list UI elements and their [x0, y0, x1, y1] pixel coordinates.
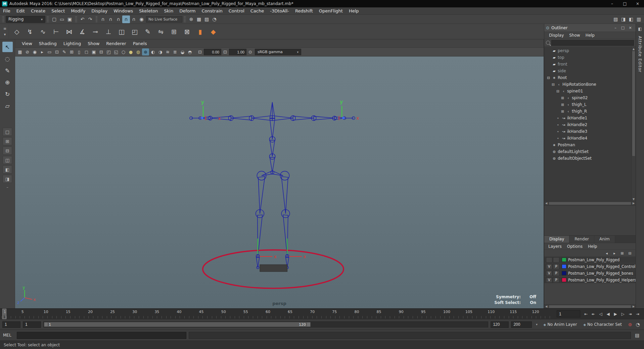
ik-handle-markers[interactable]: [203, 106, 342, 254]
ipr-render-icon[interactable]: ▨: [203, 15, 211, 23]
colorspace-dropdown[interactable]: sRGB gamma ▾: [255, 49, 301, 55]
multisample-icon[interactable]: ≣: [172, 48, 179, 55]
outliner-item-postman[interactable]: ∗ Postman: [544, 142, 631, 148]
viewport-menu-item[interactable]: Renderer: [103, 41, 129, 46]
tab-display[interactable]: Display: [544, 236, 569, 243]
toggle-modeling-toolkit-icon[interactable]: ▧: [612, 15, 619, 23]
layout-outliner-persp[interactable]: ◨: [3, 175, 12, 183]
outliner-item-persp[interactable]: ▰ persp: [544, 47, 631, 54]
safe-title-icon[interactable]: ◱: [112, 48, 120, 55]
step-forward-key-button[interactable]: ↠: [627, 311, 634, 317]
outliner-item-top[interactable]: ▰ top: [544, 54, 631, 61]
outliner-search-input[interactable]: [551, 40, 634, 46]
expander-icon[interactable]: ⊞: [560, 109, 565, 114]
layer-playback-toggle[interactable]: P: [553, 271, 559, 276]
view-transform-icon[interactable]: ⊙: [247, 48, 254, 55]
viewport-menu-item[interactable]: Show: [84, 41, 103, 46]
dropdown-arrow-icon[interactable]: ▾: [534, 323, 539, 326]
animation-end-field[interactable]: [511, 321, 532, 328]
scroll-right-icon[interactable]: ▶: [632, 202, 636, 205]
gamma-toggle-icon[interactable]: ⊡: [222, 48, 229, 55]
shelf-mirror-joint[interactable]: ⋈: [63, 26, 75, 38]
shelf-mirror-skin-weights[interactable]: ⇋: [155, 26, 167, 38]
outliner-item-ikhandle3[interactable]: ∘ ↝ ikHandle3: [544, 128, 631, 135]
lasso-select-tool[interactable]: ◌: [2, 53, 13, 64]
toggle-tool-settings-icon[interactable]: ◧: [627, 15, 635, 23]
menu-item[interactable]: Skin: [161, 7, 177, 15]
shelf-bind-skin[interactable]: ◫: [116, 26, 128, 38]
open-scene-icon[interactable]: ▭: [58, 15, 66, 23]
outliner-item-hiprotationbone[interactable]: ⊟ ‹ HipRotationBone: [544, 81, 631, 88]
toggle-channel-box-icon[interactable]: ▥: [635, 15, 643, 23]
scrollbar-thumb[interactable]: [549, 305, 631, 308]
gamma-field[interactable]: [229, 49, 246, 55]
camera-attributes-icon[interactable]: ◉: [31, 48, 38, 55]
menu-item[interactable]: Display: [88, 7, 110, 15]
shelf-menu-icon[interactable]: ▾: [2, 32, 8, 37]
live-surface-field[interactable]: No Live Surface: [146, 16, 182, 23]
animation-start-field[interactable]: [2, 321, 20, 328]
wrist-manip-handle-right[interactable]: [342, 117, 344, 119]
image-plane-icon[interactable]: ▭: [46, 48, 53, 55]
layout-two-pane-stacked[interactable]: ⊟: [3, 147, 12, 155]
grease-pencil-icon[interactable]: ✎: [61, 48, 68, 55]
save-scene-icon[interactable]: ▣: [66, 15, 74, 23]
current-time-field[interactable]: [557, 310, 580, 317]
scrollbar-thumb[interactable]: [632, 51, 635, 156]
scale-tool[interactable]: ▱: [2, 101, 13, 111]
scroll-right-icon[interactable]: ▶: [632, 305, 636, 308]
viewport-canvas[interactable]: y y x x x x: [15, 56, 544, 308]
menu-item[interactable]: Windows: [110, 7, 136, 15]
layer-visibility-toggle[interactable]: [546, 257, 552, 263]
shelf-tab-switcher-icon[interactable]: ≡: [2, 26, 8, 31]
grid-icon[interactable]: ⊞: [68, 48, 75, 55]
outliner-item-thigh-l[interactable]: ⊞ ‹ thigh_L: [544, 101, 631, 108]
layer-playback-toggle[interactable]: [553, 257, 559, 263]
select-tool[interactable]: ↖: [2, 42, 13, 52]
menu-item[interactable]: Deform: [176, 7, 198, 15]
menu-item[interactable]: Redshift: [292, 7, 316, 15]
menu-item[interactable]: Skeleton: [136, 7, 161, 15]
viewport-menu-item[interactable]: Lighting: [60, 41, 85, 46]
2d-pan-zoom-icon[interactable]: ⊡: [53, 48, 60, 55]
shelf-connect-joint[interactable]: ⊸: [89, 26, 101, 38]
script-editor-icon[interactable]: ▤: [633, 332, 641, 339]
lock-camera-icon[interactable]: ⊘: [24, 48, 31, 55]
textured-icon[interactable]: ◍: [135, 48, 142, 55]
xray-icon[interactable]: ◒: [179, 48, 186, 55]
step-back-key-button[interactable]: ↞: [590, 311, 597, 317]
menu-item[interactable]: Modify: [68, 7, 88, 15]
scroll-up-icon[interactable]: ▲: [632, 47, 636, 51]
safe-action-icon[interactable]: ◰: [105, 48, 112, 55]
shelf-orient-joint[interactable]: ∡: [76, 26, 88, 38]
layer-horizontal-scrollbar[interactable]: ◀ ▶: [544, 304, 636, 308]
go-to-end-button[interactable]: ⇥: [634, 311, 641, 317]
layout-more-button[interactable]: –: [3, 185, 12, 189]
play-backwards-button[interactable]: ◀: [605, 311, 611, 317]
menu-item[interactable]: Control: [226, 7, 247, 15]
layer-prev-icon[interactable]: ◂: [604, 250, 610, 256]
layer-menu-item[interactable]: Layers: [546, 244, 564, 249]
shelf-3dtoall-item-1[interactable]: ▮: [194, 26, 206, 38]
scrollbar-thumb[interactable]: [549, 202, 631, 205]
outliner-item-spine02[interactable]: ⊞ ‹ spine02: [544, 94, 631, 101]
command-result-field[interactable]: [189, 332, 631, 339]
minimize-button[interactable]: –: [606, 0, 618, 7]
expander-icon[interactable]: ⊟: [556, 89, 560, 93]
layer-postman-low-poly-rigged-bones[interactable]: V P Postman_Low_Poly_Rigged_bones: [544, 270, 636, 277]
move-tool[interactable]: ⊕: [2, 77, 13, 87]
selected-base-box[interactable]: [260, 265, 287, 272]
viewport-menu-item[interactable]: Panels: [130, 41, 150, 46]
layer-menu-item[interactable]: Options: [564, 244, 585, 249]
skeleton-rig[interactable]: [190, 102, 355, 269]
resolution-gate-icon[interactable]: ◻: [83, 48, 90, 55]
close-button[interactable]: ×: [631, 0, 644, 7]
layer-postman-low-poly-rigged-control[interactable]: V P Postman_Low_Poly_Rigged_Control: [544, 263, 636, 270]
time-slider-track[interactable]: 1510152025303540455055606570758085909510…: [2, 309, 553, 319]
outliner-menu-item[interactable]: Help: [583, 33, 597, 38]
expander-icon[interactable]: ⊞: [560, 96, 565, 100]
auto-keyframe-icon[interactable]: ⊚: [626, 321, 634, 328]
rotate-tool[interactable]: ↻: [2, 89, 13, 99]
snap-to-view-planes-icon[interactable]: ∩: [130, 15, 138, 23]
outliner-item-defaultobjectset[interactable]: ⊚ defaultObjectSet: [544, 155, 631, 162]
